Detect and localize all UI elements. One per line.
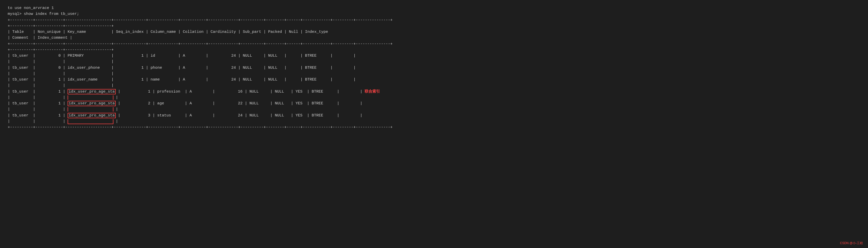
cell-profession: profession xyxy=(157,89,180,94)
combined-key-bottom-line xyxy=(68,119,114,124)
combined-index-label: 联合索引 xyxy=(365,89,380,94)
terminal: to use non_arvrace 1 mysql> show index f… xyxy=(0,0,868,135)
combined-key-2-line xyxy=(68,95,114,100)
combined-key-1: idx_user_pro_age_sta xyxy=(68,89,116,94)
combined-key-3: idx_user_pro_age_sta xyxy=(68,113,116,118)
command-line: to use non_arvrace 1 mysql> show index f… xyxy=(8,5,860,17)
table-output: +----------+------------+---------------… xyxy=(8,17,860,131)
watermark: CSDN @小-工程 xyxy=(840,241,863,245)
combined-key-2: idx_user_pro_age_sta xyxy=(68,101,116,106)
combined-key-3-line xyxy=(68,107,114,112)
cell-phone: phone xyxy=(151,66,162,70)
table-block: +----------+------------+---------------… xyxy=(8,17,860,131)
